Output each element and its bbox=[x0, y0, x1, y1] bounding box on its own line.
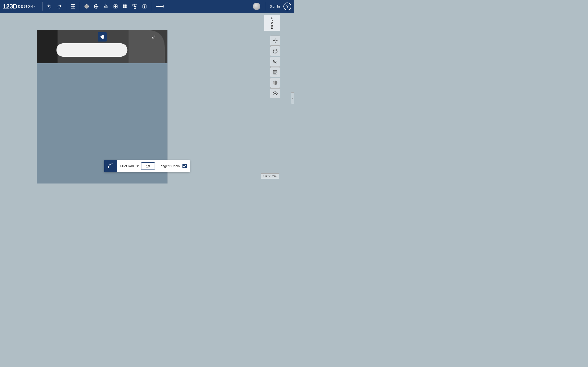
collapse-arrow[interactable]: ↙ bbox=[151, 33, 156, 40]
tangent-chain-label: Tangent Chain bbox=[155, 164, 182, 168]
pan-button[interactable] bbox=[270, 35, 280, 46]
primitives-icon bbox=[84, 3, 89, 9]
navbar: 123D DESIGN ▾ bbox=[0, 0, 294, 13]
primitives-button[interactable] bbox=[82, 2, 91, 11]
svg-rect-13 bbox=[123, 4, 124, 6]
svg-rect-1 bbox=[73, 4, 75, 6]
svg-rect-19 bbox=[134, 6, 136, 8]
svg-rect-14 bbox=[125, 4, 127, 6]
group-icon bbox=[132, 3, 137, 9]
svg-rect-45 bbox=[57, 43, 128, 57]
right-collapse-tab[interactable]: › bbox=[291, 92, 294, 104]
svg-rect-0 bbox=[71, 4, 73, 6]
view-mode-button[interactable] bbox=[270, 78, 280, 88]
fillet-panel: Fillet Radius: Tangent Chain bbox=[104, 160, 190, 172]
zoom-button[interactable] bbox=[270, 57, 280, 67]
zoom-icon bbox=[273, 59, 278, 64]
object-top: ↙ bbox=[37, 30, 167, 63]
undo-button[interactable] bbox=[45, 3, 54, 10]
fillet-icon bbox=[107, 163, 114, 169]
sketch-button[interactable] bbox=[92, 2, 101, 11]
tool-group bbox=[69, 2, 166, 11]
snap-grid-icon bbox=[70, 3, 76, 9]
svg-rect-9 bbox=[105, 6, 107, 8]
svg-rect-18 bbox=[135, 4, 137, 6]
nav-divider-4 bbox=[151, 2, 151, 10]
measure-icon bbox=[156, 3, 164, 9]
fillet-icon-area bbox=[104, 160, 117, 172]
nav-divider-2 bbox=[66, 2, 66, 10]
undo-redo-group bbox=[45, 3, 64, 10]
settings-gear-button[interactable] bbox=[98, 32, 107, 42]
snap-grid-button[interactable] bbox=[69, 2, 78, 11]
svg-rect-3 bbox=[73, 6, 75, 8]
svg-rect-15 bbox=[123, 6, 124, 8]
svg-point-27 bbox=[275, 40, 276, 41]
sketch-icon bbox=[94, 3, 99, 9]
pan-icon bbox=[273, 38, 278, 43]
svg-rect-16 bbox=[125, 6, 127, 8]
main-area: FRONT bbox=[0, 13, 294, 184]
orbit-icon bbox=[273, 49, 278, 54]
nav-controls bbox=[270, 35, 280, 98]
svg-line-35 bbox=[276, 62, 277, 64]
visibility-icon bbox=[273, 91, 278, 96]
view-cube-label: FRONT bbox=[264, 15, 280, 31]
svg-point-6 bbox=[85, 5, 88, 8]
svg-rect-17 bbox=[132, 4, 134, 6]
pattern-icon bbox=[123, 3, 128, 9]
fillet-radius-label: Fillet Radius: bbox=[117, 164, 141, 168]
nav-divider-1 bbox=[43, 2, 43, 10]
redo-button[interactable] bbox=[55, 3, 64, 10]
orbit-button[interactable] bbox=[270, 46, 280, 56]
visibility-button[interactable] bbox=[270, 88, 280, 98]
fit-button[interactable] bbox=[270, 67, 280, 77]
nav-divider-5 bbox=[266, 2, 266, 10]
help-button[interactable]: ? bbox=[284, 2, 291, 10]
undo-icon bbox=[47, 4, 52, 9]
svg-marker-43 bbox=[37, 30, 58, 63]
import-icon bbox=[142, 3, 147, 9]
units-badge: Units : mm bbox=[261, 173, 279, 179]
tangent-chain-checkbox[interactable] bbox=[183, 164, 187, 168]
sign-in-button[interactable]: Sign In bbox=[268, 4, 282, 9]
modify-icon bbox=[113, 3, 118, 9]
logo-design: DESIGN bbox=[18, 5, 33, 8]
pattern-button[interactable] bbox=[121, 2, 130, 11]
import-button[interactable] bbox=[140, 2, 149, 11]
nav-divider-3 bbox=[80, 2, 80, 10]
logo-dropdown-icon[interactable]: ▾ bbox=[34, 5, 36, 8]
svg-point-41 bbox=[275, 93, 276, 94]
modify-button[interactable] bbox=[111, 2, 120, 11]
gear-icon bbox=[100, 35, 104, 39]
view-cube[interactable]: FRONT bbox=[264, 15, 280, 31]
svg-rect-39 bbox=[274, 71, 276, 73]
logo-text: 123D bbox=[3, 3, 17, 10]
group-button[interactable] bbox=[130, 2, 139, 11]
measure-button[interactable] bbox=[154, 2, 166, 11]
logo-area: 123D DESIGN ▾ bbox=[3, 3, 36, 10]
svg-rect-2 bbox=[71, 6, 73, 8]
fillet-radius-input[interactable] bbox=[141, 162, 155, 170]
construct-button[interactable] bbox=[102, 2, 110, 11]
fit-icon bbox=[273, 70, 278, 75]
svg-point-32 bbox=[273, 50, 277, 52]
construct-icon bbox=[103, 3, 108, 9]
svg-point-4 bbox=[73, 6, 73, 7]
view-mode-icon bbox=[273, 80, 278, 85]
redo-icon bbox=[57, 4, 62, 9]
sphere-icon bbox=[253, 3, 260, 10]
